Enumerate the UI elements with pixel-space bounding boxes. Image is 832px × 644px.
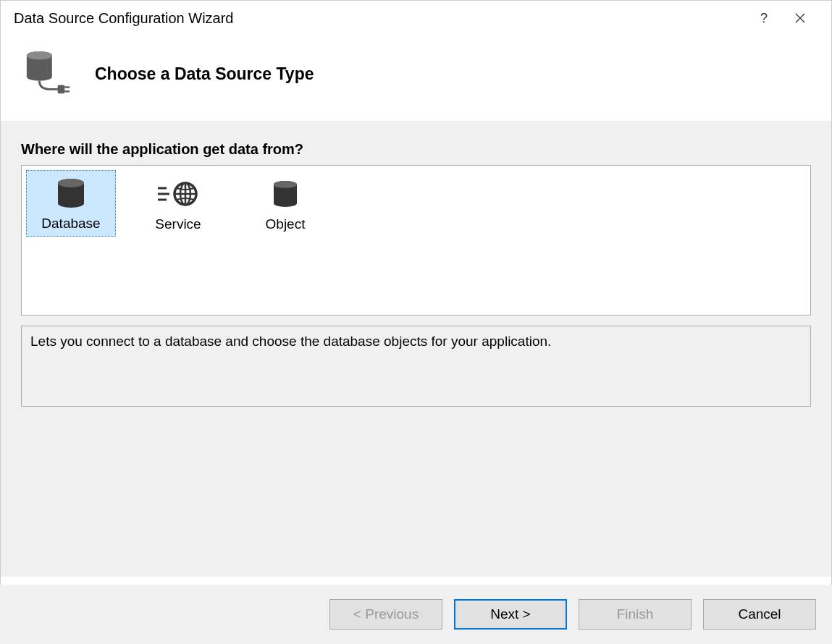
data-source-options: Database Service bbox=[21, 165, 811, 315]
option-database[interactable]: Database bbox=[26, 170, 116, 237]
question-label: Where will the application get data from… bbox=[21, 141, 811, 158]
svg-point-3 bbox=[27, 51, 52, 60]
description-text: Lets you connect to a database and choos… bbox=[30, 334, 551, 349]
description-box: Lets you connect to a database and choos… bbox=[21, 326, 811, 407]
next-button[interactable]: Next > bbox=[454, 599, 567, 630]
previous-button: < Previous bbox=[329, 599, 442, 630]
help-button[interactable]: ? bbox=[746, 4, 782, 33]
window-title: Data Source Configuration Wizard bbox=[14, 10, 746, 27]
wizard-header: Choose a Data Source Type bbox=[1, 35, 831, 121]
option-label: Database bbox=[41, 216, 100, 232]
close-icon bbox=[795, 13, 805, 23]
option-label: Service bbox=[155, 216, 201, 232]
option-object[interactable]: Object bbox=[240, 170, 330, 237]
object-icon bbox=[269, 177, 301, 211]
finish-button: Finish bbox=[579, 599, 692, 630]
content-area: Where will the application get data from… bbox=[1, 121, 831, 577]
option-label: Object bbox=[266, 216, 306, 232]
option-service[interactable]: Service bbox=[133, 170, 223, 237]
help-icon: ? bbox=[760, 11, 768, 26]
svg-point-8 bbox=[58, 179, 84, 187]
database-icon bbox=[53, 177, 89, 210]
wizard-footer: < Previous Next > Finish Cancel bbox=[0, 585, 832, 644]
database-plug-icon bbox=[22, 48, 73, 99]
cancel-button[interactable]: Cancel bbox=[703, 599, 816, 630]
page-title: Choose a Data Source Type bbox=[95, 64, 314, 84]
close-button[interactable] bbox=[782, 4, 818, 33]
svg-point-17 bbox=[274, 181, 297, 188]
service-icon bbox=[156, 177, 200, 211]
svg-rect-4 bbox=[58, 85, 65, 94]
titlebar: Data Source Configuration Wizard ? bbox=[1, 1, 831, 35]
